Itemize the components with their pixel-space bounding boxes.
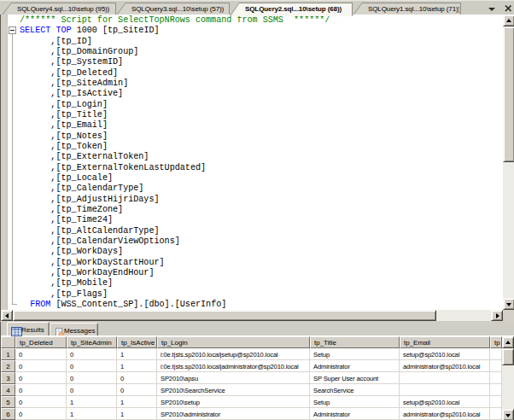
ssms-query-window: SQLQuery4.sql...10\setup (95))SQLQuery3.…	[0, 0, 514, 420]
fold-region-end	[12, 304, 17, 305]
cell-tp_Deleted[interactable]: 0	[15, 396, 67, 408]
cell-tp_IsActive[interactable]: 1	[117, 360, 157, 372]
code-line: ,[tp_DomainGroup]	[20, 47, 502, 57]
arrow-up-icon	[505, 341, 511, 344]
cell-tp_Title[interactable]: Setup	[310, 348, 400, 360]
code-line: ,[tp_ExternalToken]	[20, 152, 502, 162]
cell-tp_Deleted[interactable]: 0	[15, 384, 67, 396]
code-line: ,[tp_AltCalendarType]	[20, 226, 502, 236]
cell-tp[interactable]	[490, 372, 502, 384]
cell-tp_Title[interactable]: Setup	[310, 396, 400, 408]
column-header-tp_IsActive[interactable]: tp_IsActive	[117, 336, 157, 348]
document-tab-sqlquery4[interactable]: SQLQuery4.sql...10\setup (95))	[2, 3, 116, 15]
grid-scroll-down-button[interactable]	[502, 409, 514, 420]
grid-row-1: 1001i:0e.t|sts.sp2010.local|setup@sp2010…	[1, 348, 502, 360]
cell-tp_Login[interactable]: SP2010\SearchService	[157, 384, 310, 396]
cell-tp[interactable]	[490, 408, 502, 420]
grid-row-6: 6011SP2010\administratorAdministratoradm…	[1, 408, 502, 420]
cell-tp_Deleted[interactable]: 0	[15, 408, 67, 420]
scrollbar-corner	[503, 310, 514, 321]
code-line: ,[tp_Token]	[20, 142, 502, 152]
grid-vertical-scrollbar[interactable]	[502, 336, 514, 420]
cell-tp_SiteAdmin[interactable]: 0	[67, 384, 117, 396]
code-line: ,[tp_ExternalTokenLastUpdated]	[20, 163, 502, 173]
row-number[interactable]: 1	[1, 348, 15, 360]
code-line: ,[tp_IsActive]	[20, 89, 502, 99]
document-tab-sqlquery3[interactable]: SQLQuery3.sql...10\setup (57))	[116, 3, 230, 15]
column-header-tp_Email[interactable]: tp_Email	[400, 336, 490, 348]
column-header-tp_SiteAdmin[interactable]: tp_SiteAdmin	[67, 336, 117, 348]
sql-code-text[interactable]: /****** Script for SelectTopNRows comman…	[20, 15, 502, 310]
cell-tp_Deleted[interactable]: 0	[15, 348, 67, 360]
grid-vscroll-thumb[interactable]	[502, 348, 514, 365]
code-line: ,[tp_ID]	[20, 37, 502, 47]
cell-tp_Login[interactable]: SP2010\setup	[157, 396, 310, 408]
cell-tp[interactable]	[490, 384, 502, 396]
column-header-tp_Title[interactable]: tp_Title	[310, 336, 400, 348]
cell-tp_Email[interactable]	[400, 372, 490, 384]
results-pane-tab-results[interactable]: Results	[7, 322, 50, 335]
cell-tp_Email[interactable]: setup@sp2010.local	[400, 396, 490, 408]
active-files-dropdown-button[interactable]	[487, 5, 497, 13]
cell-tp_Login[interactable]: i:0e.t|sts.sp2010.local|setup@sp2010.loc…	[157, 348, 310, 360]
cell-tp_Title[interactable]: Administrator	[310, 360, 400, 372]
scroll-left-button[interactable]	[1, 310, 13, 321]
cell-tp_Login[interactable]: SP2010\apsu	[157, 372, 310, 384]
column-header-tp_Deleted[interactable]: tp_Deleted	[15, 336, 67, 348]
cell-tp_SiteAdmin[interactable]: 1	[67, 396, 117, 408]
grid-scroll-up-button[interactable]	[502, 336, 514, 348]
cell-tp_Title[interactable]: SearchService	[310, 384, 400, 396]
code-line: ,[tp_Deleted]	[20, 68, 502, 79]
scroll-right-button[interactable]	[491, 310, 503, 321]
cell-tp_SiteAdmin[interactable]: 0	[67, 372, 117, 384]
code-fold-collapse-button[interactable]	[9, 26, 16, 34]
cell-tp_Title[interactable]: Administrator	[310, 408, 400, 420]
cell-tp[interactable]	[490, 348, 502, 360]
code-line: FROM [WSS_Content_SP].[dbo].[UserInfo]	[20, 300, 502, 310]
editor-horizontal-scrollbar[interactable]	[1, 310, 503, 321]
document-tab-sqlquery2[interactable]: SQLQuery2.sql...10\setup (68))	[230, 3, 353, 16]
cell-tp_IsActive[interactable]: 1	[117, 408, 157, 420]
cell-tp_Login[interactable]: SP2010\administrator	[157, 408, 310, 420]
cell-tp[interactable]	[490, 360, 502, 372]
code-line: ,[tp_TimeZone]	[20, 205, 502, 215]
cell-tp_SiteAdmin[interactable]: 0	[67, 348, 117, 360]
scroll-up-button[interactable]	[503, 15, 514, 26]
cell-tp_IsActive[interactable]: 1	[117, 396, 157, 408]
cell-tp_Login[interactable]: i:0e.t|sts.sp2010.local|administrator@sp…	[157, 360, 310, 372]
editor-hscroll-thumb[interactable]	[13, 310, 436, 321]
cell-tp_Email[interactable]	[400, 384, 490, 396]
cell-tp_Email[interactable]: administrator@sp2010.local	[400, 408, 490, 420]
cell-tp_Deleted[interactable]: 0	[15, 372, 67, 384]
cell-tp_Email[interactable]: administrator@sp2010.local	[400, 360, 490, 372]
cell-tp_Title[interactable]: SP Super User account	[310, 372, 400, 384]
editor-vscroll-thumb[interactable]	[503, 26, 514, 162]
row-number[interactable]: 4	[1, 384, 15, 396]
row-number[interactable]: 5	[1, 396, 15, 408]
cell-tp[interactable]	[490, 396, 502, 408]
editor-vertical-scrollbar[interactable]	[503, 15, 514, 310]
code-line: ,[tp_Email]	[20, 120, 502, 131]
column-header-tp[interactable]: tp	[490, 336, 502, 348]
cell-tp_Email[interactable]: setup@sp2010.local	[400, 348, 490, 360]
results-pane-tab-messages[interactable]: Messages	[50, 323, 98, 335]
row-number[interactable]: 3	[1, 372, 15, 384]
close-document-button[interactable]	[504, 3, 513, 13]
cell-tp_IsActive[interactable]: 1	[117, 348, 157, 360]
scroll-down-button[interactable]	[503, 298, 514, 310]
cell-tp_IsActive[interactable]: 0	[117, 372, 157, 384]
editor-fold-margin	[8, 15, 20, 310]
document-tab-sqlquery1[interactable]: SQLQuery1.sql...10\setup (71))	[353, 3, 461, 15]
row-number[interactable]: 2	[1, 360, 15, 372]
column-header-tp_Login[interactable]: tp_Login	[157, 336, 310, 348]
code-line: ,[tp_Notes]	[20, 131, 502, 142]
cell-tp_SiteAdmin[interactable]: 0	[67, 360, 117, 372]
row-number[interactable]: 6	[1, 408, 15, 420]
cell-tp_IsActive[interactable]: 0	[117, 384, 157, 396]
arrow-up-icon	[506, 19, 511, 22]
cell-tp_SiteAdmin[interactable]: 1	[67, 408, 117, 420]
sql-editor: /****** Script for SelectTopNRows comman…	[0, 15, 514, 321]
grid-corner-header[interactable]	[1, 336, 15, 348]
cell-tp_Deleted[interactable]: 0	[15, 360, 67, 372]
close-icon	[504, 3, 513, 13]
